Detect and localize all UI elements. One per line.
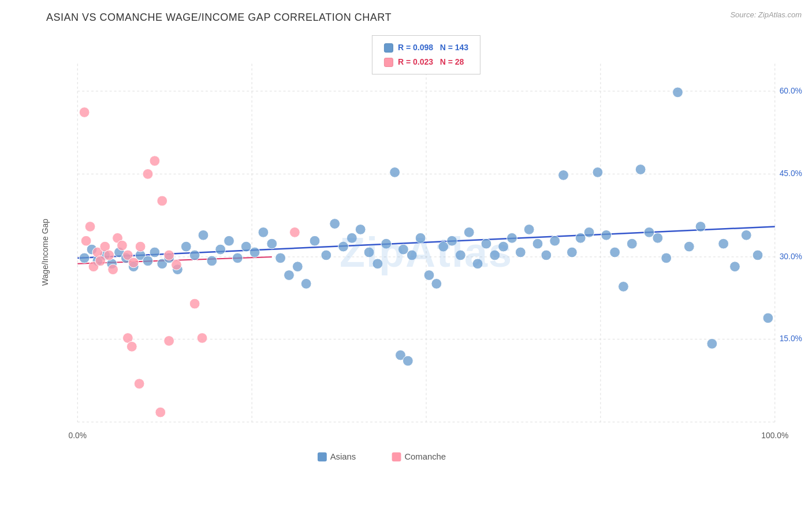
svg-point-70 — [558, 170, 569, 180]
svg-point-37 — [275, 253, 286, 263]
svg-point-120 — [289, 227, 300, 237]
svg-point-109 — [150, 156, 160, 166]
svg-point-41 — [310, 236, 320, 246]
svg-point-62 — [490, 250, 500, 260]
svg-point-48 — [373, 259, 383, 269]
svg-point-86 — [707, 338, 717, 349]
svg-text:45.0%: 45.0% — [780, 169, 802, 178]
svg-point-84 — [684, 241, 694, 252]
svg-point-74 — [593, 167, 603, 178]
svg-point-58 — [455, 250, 465, 260]
svg-point-57 — [447, 236, 457, 246]
legend: R = 0.098 N = 143 R = 0.023 N = 28 — [372, 35, 481, 74]
svg-point-27 — [189, 250, 200, 260]
svg-point-82 — [661, 253, 672, 263]
legend-row-2: R = 0.023 N = 28 — [384, 55, 468, 69]
svg-point-69 — [550, 236, 560, 246]
svg-point-73 — [584, 227, 594, 237]
scatter-plot: 60.0% 45.0% 30.0% 15.0% 0.0% 100.0% Asia… — [46, 29, 806, 475]
svg-text:0.0%: 0.0% — [68, 431, 87, 440]
svg-point-45 — [347, 233, 357, 243]
svg-point-88 — [730, 262, 740, 272]
svg-point-90 — [753, 250, 763, 260]
svg-point-26 — [181, 241, 191, 252]
svg-point-32 — [232, 253, 243, 263]
svg-point-54 — [424, 270, 434, 281]
legend-swatch-blue — [384, 43, 393, 53]
svg-text:15.0%: 15.0% — [780, 334, 802, 343]
svg-rect-127 — [318, 452, 327, 461]
svg-point-114 — [126, 341, 137, 352]
svg-text:100.0%: 100.0% — [761, 431, 788, 440]
svg-point-67 — [532, 238, 543, 249]
svg-point-61 — [481, 238, 491, 249]
svg-point-83 — [673, 87, 683, 98]
svg-point-31 — [224, 236, 234, 246]
svg-point-87 — [718, 238, 729, 249]
svg-text:60.0%: 60.0% — [780, 86, 802, 95]
svg-point-35 — [258, 227, 269, 237]
svg-point-81 — [653, 233, 663, 243]
svg-point-64 — [507, 233, 517, 243]
svg-point-101 — [104, 250, 114, 260]
svg-point-115 — [164, 336, 174, 346]
svg-point-77 — [619, 281, 629, 292]
svg-point-28 — [198, 230, 208, 240]
svg-point-89 — [741, 230, 751, 240]
svg-point-116 — [189, 298, 200, 309]
svg-point-106 — [128, 258, 139, 268]
svg-point-47 — [364, 247, 374, 258]
svg-point-76 — [610, 247, 620, 258]
legend-r-blue: R = 0.098 N = 143 — [398, 40, 468, 55]
svg-point-42 — [321, 250, 331, 260]
svg-point-63 — [498, 241, 509, 252]
svg-point-93 — [403, 356, 413, 366]
svg-point-29 — [207, 256, 217, 266]
svg-point-102 — [108, 264, 118, 275]
svg-point-46 — [355, 225, 366, 235]
source-label: Source: ZipAtlas.com — [730, 10, 802, 19]
svg-point-117 — [197, 333, 207, 344]
svg-point-112 — [172, 260, 182, 270]
svg-point-40 — [301, 279, 311, 289]
svg-point-22 — [150, 247, 160, 258]
svg-point-95 — [81, 236, 91, 246]
svg-point-49 — [381, 238, 392, 249]
svg-point-60 — [472, 259, 483, 269]
svg-text:Asians: Asians — [330, 452, 356, 461]
svg-point-79 — [635, 165, 646, 175]
svg-text:30.0%: 30.0% — [780, 252, 802, 261]
svg-point-30 — [215, 244, 226, 255]
svg-point-43 — [330, 219, 340, 229]
svg-point-34 — [249, 247, 260, 258]
svg-point-39 — [292, 262, 303, 272]
svg-point-21 — [143, 256, 153, 266]
svg-point-108 — [143, 169, 153, 179]
svg-point-36 — [267, 238, 277, 249]
legend-swatch-pink — [384, 58, 393, 67]
svg-point-110 — [157, 196, 167, 206]
svg-rect-129 — [392, 452, 401, 461]
svg-point-104 — [117, 240, 128, 251]
svg-point-65 — [515, 247, 526, 258]
svg-point-38 — [284, 270, 295, 281]
chart-container: ASIAN VS COMANCHE WAGE/INCOME GAP CORREL… — [0, 0, 812, 515]
svg-point-111 — [164, 250, 174, 260]
svg-text:Comanche: Comanche — [404, 452, 446, 461]
svg-point-44 — [338, 241, 349, 252]
svg-point-68 — [541, 250, 552, 260]
svg-point-71 — [567, 247, 577, 258]
svg-point-91 — [763, 313, 773, 323]
svg-point-96 — [85, 222, 95, 232]
svg-point-107 — [135, 241, 146, 252]
svg-point-75 — [601, 230, 612, 240]
svg-point-59 — [464, 227, 474, 237]
svg-point-12 — [79, 253, 90, 263]
legend-r-pink: R = 0.023 N = 28 — [398, 55, 464, 69]
svg-point-52 — [407, 250, 417, 260]
svg-point-50 — [390, 167, 400, 178]
svg-point-118 — [134, 379, 144, 389]
svg-point-55 — [431, 279, 442, 289]
svg-point-53 — [415, 233, 426, 243]
svg-point-66 — [524, 225, 534, 235]
